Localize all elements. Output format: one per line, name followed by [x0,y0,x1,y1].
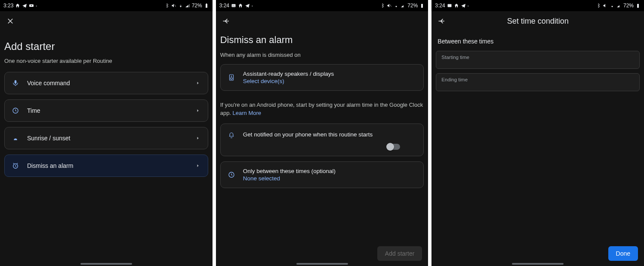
battery-icon [204,3,209,8]
wifi-icon [610,3,615,8]
screen-dismiss-alarm: 3:24 • 72% Dismiss an alarm When any ala… [216,0,428,266]
time-cond-value: None selected [243,175,336,182]
screen-add-starter: 3:23 • 72% Add starter One non-voice sta… [0,0,213,266]
svg-rect-14 [637,4,639,8]
chevron-right-icon [194,79,202,87]
wifi-icon [394,3,399,8]
app-bar: Set time condition [431,11,644,31]
notify-toggle[interactable] [387,144,400,150]
svg-rect-2 [206,4,207,8]
starting-time-field[interactable]: Starting time [436,51,640,69]
telegram-icon [22,3,27,8]
svg-line-1 [174,5,176,7]
speaker-icon [227,73,236,82]
bluetooth-icon [380,3,385,8]
screen-set-time-condition: 3:24 • 72% Set time condition Between th… [431,0,644,266]
option-label: Dismiss an alarm [27,162,187,169]
battery-text: 72% [623,3,634,9]
starter-option-dismiss-alarm[interactable]: Dismiss an alarm [4,155,208,177]
learn-more-link[interactable]: Learn More [233,110,261,116]
battery-text: 72% [192,3,202,9]
status-time: 3:24 [219,3,229,9]
clock-icon [11,106,20,115]
chevron-right-icon [194,107,202,114]
signal-icon [616,3,622,8]
mute-icon [603,3,608,8]
mute-icon [387,3,392,8]
mute-icon [171,3,176,8]
dot-icon: • [468,4,469,8]
when-line: When any alarm is dismissed on [220,52,424,58]
page-title: Dismiss an alarm [220,34,424,46]
sunrise-icon [11,133,20,143]
notify-card: Get notified on your phone when this rou… [220,124,424,156]
starter-option-sunrise-sunset[interactable]: Sunrise / sunset [4,127,208,149]
time-condition-card[interactable]: Only between these times (optional) None… [220,161,424,188]
section-label: Between these times [438,38,640,45]
bluetooth-icon [164,3,169,8]
svg-point-10 [230,77,232,80]
svg-rect-8 [421,4,423,8]
image-icon [231,3,236,8]
select-devices-link[interactable]: Select device(s) [243,78,334,84]
chevron-right-icon [194,162,202,170]
status-bar: 3:24 • 72% [216,0,428,11]
page-title: Add starter [4,40,208,53]
svg-line-7 [390,5,391,7]
wifi-icon [178,3,183,8]
svg-point-11 [231,76,232,77]
back-button[interactable] [436,15,448,27]
dot-icon: • [36,4,37,8]
page-title: Set time condition [431,17,644,26]
telegram-icon [245,3,250,8]
status-time: 3:24 [435,3,445,9]
done-button[interactable]: Done [608,246,638,261]
nav-indicator [296,263,348,265]
bluetooth-icon [596,3,601,8]
home-icon [15,3,20,8]
signal-icon [401,3,406,8]
ending-time-field[interactable]: Ending time [436,73,640,91]
option-label: Voice command [27,80,187,87]
ending-time-label: Ending time [441,77,634,82]
image-icon [447,3,452,8]
nav-indicator [80,263,132,265]
back-button[interactable] [220,15,232,27]
starter-option-voice-command[interactable]: Voice command [4,72,208,94]
notify-label: Get notified on your phone when this rou… [243,131,418,138]
bell-icon [227,130,236,139]
bottom-bar: Done [431,241,644,266]
battery-icon [635,3,641,8]
status-bar: 3:24 • 72% [431,0,644,11]
app-bar [216,11,428,31]
page-subtitle: One non-voice starter available per Rout… [4,58,208,64]
close-button[interactable] [4,15,16,27]
app-bar [0,11,213,31]
signal-icon [185,3,190,8]
svg-rect-6 [232,4,236,7]
device-selector-card[interactable]: Assistant-ready speakers / displays Sele… [220,64,424,91]
youtube-icon [29,3,34,8]
starter-option-time[interactable]: Time [4,99,208,122]
status-bar: 3:23 • 72% [0,0,213,11]
clock-icon [227,170,236,179]
time-cond-label: Only between these times (optional) [243,168,336,174]
device-label: Assistant-ready speakers / displays [243,71,334,77]
alarm-icon [11,161,20,170]
home-icon [238,3,243,8]
battery-icon [419,3,425,8]
chevron-right-icon [194,134,202,142]
bottom-bar: Add starter [216,241,428,266]
telegram-icon [461,3,466,8]
status-time: 3:23 [3,3,13,9]
option-label: Time [27,107,187,114]
svg-rect-13 [447,4,451,7]
home-icon [454,3,459,8]
dot-icon: • [252,4,253,8]
add-starter-button[interactable]: Add starter [377,246,422,261]
mic-icon [11,78,20,88]
nav-indicator [512,263,564,265]
svg-rect-3 [206,3,207,4]
option-label: Sunrise / sunset [27,135,187,142]
battery-text: 72% [407,3,418,9]
